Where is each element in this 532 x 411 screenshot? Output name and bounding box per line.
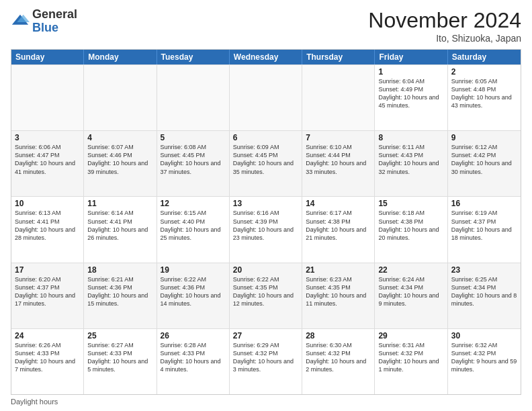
calendar-row: 10Sunrise: 6:13 AM Sunset: 4:41 PM Dayli… — [11, 196, 521, 262]
day-info: Sunrise: 6:07 AM Sunset: 4:46 PM Dayligh… — [87, 143, 152, 176]
day-number: 19 — [161, 265, 226, 275]
day-number: 13 — [233, 199, 298, 208]
calendar-row: 17Sunrise: 6:20 AM Sunset: 4:37 PM Dayli… — [11, 263, 521, 328]
day-cell: 23Sunrise: 6:25 AM Sunset: 4:34 PM Dayli… — [448, 263, 521, 328]
day-cell: 28Sunrise: 6:30 AM Sunset: 4:32 PM Dayli… — [302, 329, 375, 394]
page: General Blue November 2024 Ito, Shizuoka… — [0, 0, 532, 411]
day-info: Sunrise: 6:29 AM Sunset: 4:32 PM Dayligh… — [233, 341, 298, 374]
weekday-header: Sunday — [11, 50, 84, 64]
header: General Blue November 2024 Ito, Shizuoka… — [11, 8, 521, 44]
day-cell: 21Sunrise: 6:23 AM Sunset: 4:35 PM Dayli… — [302, 263, 375, 328]
day-number: 11 — [87, 199, 152, 208]
day-info: Sunrise: 6:25 AM Sunset: 4:34 PM Dayligh… — [451, 275, 517, 308]
empty-cell — [11, 65, 84, 130]
day-cell: 4Sunrise: 6:07 AM Sunset: 4:46 PM Daylig… — [84, 131, 157, 196]
calendar-row: 3Sunrise: 6:06 AM Sunset: 4:47 PM Daylig… — [11, 130, 521, 196]
day-cell: 18Sunrise: 6:21 AM Sunset: 4:36 PM Dayli… — [84, 263, 157, 328]
day-cell: 8Sunrise: 6:11 AM Sunset: 4:43 PM Daylig… — [375, 131, 447, 196]
day-number: 20 — [233, 265, 298, 275]
day-cell: 26Sunrise: 6:28 AM Sunset: 4:33 PM Dayli… — [157, 329, 230, 394]
day-info: Sunrise: 6:27 AM Sunset: 4:33 PM Dayligh… — [87, 341, 152, 374]
calendar-row: 24Sunrise: 6:26 AM Sunset: 4:33 PM Dayli… — [11, 328, 521, 394]
day-info: Sunrise: 6:11 AM Sunset: 4:43 PM Dayligh… — [378, 143, 443, 176]
day-cell: 3Sunrise: 6:06 AM Sunset: 4:47 PM Daylig… — [11, 131, 84, 196]
day-number: 17 — [15, 265, 80, 275]
day-cell: 11Sunrise: 6:14 AM Sunset: 4:41 PM Dayli… — [84, 197, 157, 262]
day-info: Sunrise: 6:23 AM Sunset: 4:35 PM Dayligh… — [306, 275, 371, 308]
title-block: November 2024 Ito, Shizuoka, Japan — [368, 8, 521, 44]
day-number: 29 — [378, 331, 443, 340]
day-cell: 19Sunrise: 6:22 AM Sunset: 4:36 PM Dayli… — [157, 263, 230, 328]
day-number: 28 — [306, 331, 371, 340]
day-info: Sunrise: 6:26 AM Sunset: 4:33 PM Dayligh… — [15, 341, 80, 374]
calendar: SundayMondayTuesdayWednesdayThursdayFrid… — [11, 49, 521, 395]
day-number: 6 — [233, 133, 298, 142]
day-cell: 2Sunrise: 6:05 AM Sunset: 4:48 PM Daylig… — [448, 65, 521, 130]
day-info: Sunrise: 6:30 AM Sunset: 4:32 PM Dayligh… — [306, 341, 371, 374]
day-cell: 25Sunrise: 6:27 AM Sunset: 4:33 PM Dayli… — [84, 329, 157, 394]
footer-note: Daylight hours — [11, 395, 521, 406]
day-info: Sunrise: 6:24 AM Sunset: 4:34 PM Dayligh… — [378, 275, 443, 308]
day-number: 14 — [306, 199, 371, 208]
location: Ito, Shizuoka, Japan — [368, 33, 521, 44]
calendar-row: 1Sunrise: 6:04 AM Sunset: 4:49 PM Daylig… — [11, 64, 521, 130]
day-number: 27 — [233, 331, 298, 340]
day-number: 25 — [87, 331, 152, 340]
day-number: 3 — [15, 133, 80, 142]
day-info: Sunrise: 6:14 AM Sunset: 4:41 PM Dayligh… — [87, 209, 152, 242]
day-number: 5 — [161, 133, 226, 142]
day-cell: 29Sunrise: 6:31 AM Sunset: 4:32 PM Dayli… — [375, 329, 447, 394]
weekday-header: Monday — [84, 50, 157, 64]
day-cell: 13Sunrise: 6:16 AM Sunset: 4:39 PM Dayli… — [230, 197, 302, 262]
day-number: 23 — [451, 265, 517, 275]
day-cell: 27Sunrise: 6:29 AM Sunset: 4:32 PM Dayli… — [230, 329, 302, 394]
day-cell: 24Sunrise: 6:26 AM Sunset: 4:33 PM Dayli… — [11, 329, 84, 394]
day-cell: 15Sunrise: 6:18 AM Sunset: 4:38 PM Dayli… — [375, 197, 447, 262]
day-number: 30 — [451, 331, 517, 340]
day-cell: 6Sunrise: 6:09 AM Sunset: 4:45 PM Daylig… — [230, 131, 302, 196]
logo-text: General Blue — [32, 8, 77, 35]
weekday-header: Tuesday — [157, 50, 230, 64]
logo-blue-text: Blue — [32, 21, 77, 35]
empty-cell — [302, 65, 375, 130]
day-number: 12 — [161, 199, 226, 208]
day-info: Sunrise: 6:16 AM Sunset: 4:39 PM Dayligh… — [233, 209, 298, 242]
weekday-header: Thursday — [302, 50, 375, 64]
day-cell: 1Sunrise: 6:04 AM Sunset: 4:49 PM Daylig… — [375, 65, 447, 130]
day-number: 8 — [378, 133, 443, 142]
day-info: Sunrise: 6:10 AM Sunset: 4:44 PM Dayligh… — [306, 143, 371, 176]
empty-cell — [157, 65, 230, 130]
weekday-header: Friday — [375, 50, 447, 64]
day-info: Sunrise: 6:19 AM Sunset: 4:37 PM Dayligh… — [451, 209, 517, 242]
day-number: 16 — [451, 199, 517, 208]
day-number: 10 — [15, 199, 80, 208]
day-number: 1 — [378, 67, 443, 77]
day-info: Sunrise: 6:15 AM Sunset: 4:40 PM Dayligh… — [161, 209, 226, 242]
day-number: 18 — [87, 265, 152, 275]
logo-icon — [11, 12, 30, 31]
day-info: Sunrise: 6:04 AM Sunset: 4:49 PM Dayligh… — [378, 77, 443, 110]
calendar-header: SundayMondayTuesdayWednesdayThursdayFrid… — [11, 50, 521, 64]
day-info: Sunrise: 6:18 AM Sunset: 4:38 PM Dayligh… — [378, 209, 443, 242]
day-cell: 22Sunrise: 6:24 AM Sunset: 4:34 PM Dayli… — [375, 263, 447, 328]
day-number: 9 — [451, 133, 517, 142]
day-cell: 16Sunrise: 6:19 AM Sunset: 4:37 PM Dayli… — [448, 197, 521, 262]
day-info: Sunrise: 6:13 AM Sunset: 4:41 PM Dayligh… — [15, 209, 80, 242]
day-info: Sunrise: 6:28 AM Sunset: 4:33 PM Dayligh… — [161, 341, 226, 374]
weekday-header: Saturday — [448, 50, 521, 64]
day-number: 21 — [306, 265, 371, 275]
day-cell: 5Sunrise: 6:08 AM Sunset: 4:45 PM Daylig… — [157, 131, 230, 196]
day-info: Sunrise: 6:09 AM Sunset: 4:45 PM Dayligh… — [233, 143, 298, 176]
day-number: 2 — [451, 67, 517, 77]
calendar-body: 1Sunrise: 6:04 AM Sunset: 4:49 PM Daylig… — [11, 64, 521, 394]
day-cell: 14Sunrise: 6:17 AM Sunset: 4:38 PM Dayli… — [302, 197, 375, 262]
day-info: Sunrise: 6:21 AM Sunset: 4:36 PM Dayligh… — [87, 275, 152, 308]
day-number: 4 — [87, 133, 152, 142]
day-cell: 7Sunrise: 6:10 AM Sunset: 4:44 PM Daylig… — [302, 131, 375, 196]
day-info: Sunrise: 6:22 AM Sunset: 4:35 PM Dayligh… — [233, 275, 298, 308]
weekday-header: Wednesday — [230, 50, 302, 64]
day-info: Sunrise: 6:20 AM Sunset: 4:37 PM Dayligh… — [15, 275, 80, 308]
day-info: Sunrise: 6:12 AM Sunset: 4:42 PM Dayligh… — [451, 143, 517, 176]
day-number: 7 — [306, 133, 371, 142]
day-info: Sunrise: 6:22 AM Sunset: 4:36 PM Dayligh… — [161, 275, 226, 308]
